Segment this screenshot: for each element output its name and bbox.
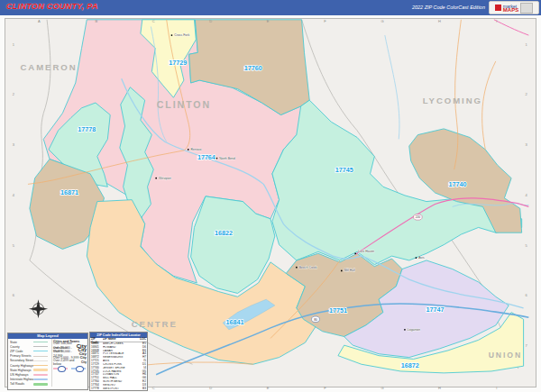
county-label-centre: CENTRE [132, 319, 178, 329]
logo-legend-box [520, 3, 533, 14]
logo-main-text: MAPS [503, 7, 518, 13]
county-label-clinton: CLINTON [157, 99, 211, 110]
svg-text:5: 5 [526, 243, 528, 248]
svg-text:D: D [209, 386, 212, 390]
marketmaps-logo: market MAPS [489, 1, 539, 14]
legend-route-shields [53, 366, 87, 370]
map-legend: Map Legend StateCountyZIP CodePrimary St… [7, 333, 88, 390]
legend-city-sizes: Over 100,000 and aboveCityOver 25,000 - … [53, 344, 87, 365]
zip-label-17764: 17764 [197, 153, 215, 161]
svg-text:G: G [381, 386, 383, 390]
title-bar: CLINTON COUNTY, PA 2022 ZIP Code ColorCa… [0, 0, 541, 15]
zip-label-17740: 17740 [449, 180, 467, 188]
zip-label-16822: 16822 [215, 229, 233, 237]
svg-text:6: 6 [526, 293, 528, 297]
town-label: Lock Haven [358, 250, 374, 253]
svg-text:C: C [152, 386, 155, 390]
zip-regions [30, 20, 524, 373]
svg-text:1: 1 [13, 42, 15, 47]
us-route-shield-icon [53, 366, 68, 370]
legend-line-items: StateCountyZIP CodePrimary StreetsSecond… [8, 339, 51, 387]
svg-text:2: 2 [13, 92, 15, 96]
town-label: Loganton [408, 328, 420, 332]
county-label-lycoming: LYCOMING [423, 96, 482, 105]
svg-text:F: F [324, 19, 326, 23]
svg-text:3: 3 [13, 142, 15, 147]
svg-text:6: 6 [13, 293, 15, 297]
svg-text:3: 3 [526, 142, 528, 147]
svg-text:D: D [209, 19, 212, 23]
zip-label-17747: 17747 [426, 305, 445, 314]
town-label: Avis [418, 256, 425, 260]
zip-label-17760: 17760 [244, 64, 262, 72]
edition-label: 2022 ZIP Code ColorCast Edition [412, 5, 485, 10]
svg-text:G: G [381, 19, 383, 23]
svg-text:2: 2 [526, 92, 528, 96]
legend-item: Toll Roads [10, 382, 51, 387]
compass-rose-icon [29, 299, 48, 318]
zip-label-16871: 16871 [60, 188, 78, 196]
svg-text:E: E [267, 19, 270, 23]
svg-text:4: 4 [13, 193, 15, 197]
us-route-marker: 220 [416, 215, 421, 219]
logo-mark-icon [495, 5, 501, 11]
svg-text:A: A [38, 19, 41, 23]
zip-label-16841: 16841 [226, 318, 244, 326]
svg-text:5: 5 [13, 243, 15, 248]
town-label: Westport [159, 177, 171, 180]
svg-text:I: I [496, 19, 497, 23]
town-label: Renovo [191, 148, 202, 151]
zip-label-17745: 17745 [335, 166, 353, 174]
svg-text:H: H [438, 386, 441, 390]
map-sheet: CLINTON COUNTY, PA 2022 ZIP Code ColorCa… [0, 0, 541, 392]
town-label: Beech Creek [299, 266, 317, 269]
county-label-cameron: CAMERON [20, 62, 77, 72]
zip-table-rows: ZIP CodeZIP NameLOC16822BEECH CREEKE5168… [90, 338, 147, 391]
page-title: CLINTON COUNTY, PA [6, 2, 98, 11]
county-label-union: UNION [489, 351, 522, 360]
interstate-marker: 80 [314, 318, 317, 322]
zip-label-17751: 17751 [329, 306, 347, 315]
svg-text:1: 1 [526, 42, 528, 47]
table-row: 17778WESTPORTB3 [90, 387, 147, 391]
svg-text:B: B [96, 19, 98, 23]
town-label: Mill Hall [344, 269, 355, 272]
zip-label-17778: 17778 [78, 125, 96, 133]
svg-text:F: F [324, 386, 326, 390]
svg-text:7: 7 [526, 343, 528, 348]
svg-text:I: I [496, 386, 497, 390]
svg-text:E: E [267, 386, 270, 390]
legend-city-size-row: Over 2,499 and belowCity [53, 360, 87, 365]
zip-label-17729: 17729 [169, 59, 187, 67]
svg-text:H: H [438, 19, 441, 23]
town-label: Cross Fork [174, 33, 189, 37]
zip-label-16872: 16872 [401, 361, 419, 369]
interstate-shield-icon [71, 366, 86, 370]
svg-text:4: 4 [526, 193, 528, 197]
svg-text:C: C [152, 19, 155, 23]
zip-index-table: ZIP Code Index/Grid Locator ZIP CodeZIP … [89, 332, 148, 391]
town-label: North Bend [219, 157, 234, 160]
